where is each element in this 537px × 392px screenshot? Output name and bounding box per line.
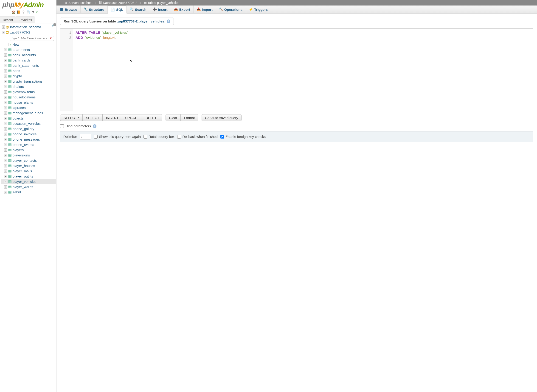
table-player_warns[interactable]: +player_warns: [1, 184, 56, 189]
table-phone_gallery[interactable]: +phone_gallery: [1, 126, 56, 131]
tab-operations[interactable]: 🔨Operations: [216, 5, 246, 13]
table-player_houses[interactable]: +player_houses: [1, 163, 56, 168]
table-phone_tweets[interactable]: +phone_tweets: [1, 142, 56, 147]
tab-export[interactable]: 📤Export: [171, 5, 194, 13]
expand-icon[interactable]: +: [4, 159, 7, 162]
expand-icon[interactable]: +: [4, 85, 7, 88]
sql-toolbar-icon[interactable]: 📄: [26, 10, 30, 14]
table-player_contacts[interactable]: +player_contacts: [1, 158, 56, 163]
table-apartments[interactable]: +apartments: [1, 47, 56, 52]
expand-icon[interactable]: +: [4, 133, 7, 136]
refresh-icon[interactable]: ⟳: [36, 10, 40, 14]
tab-import[interactable]: 📥Import: [194, 5, 216, 13]
expand-icon[interactable]: +: [4, 143, 7, 146]
table-management_funds[interactable]: +management_funds: [1, 110, 56, 116]
expand-icon[interactable]: +: [4, 169, 7, 173]
help-toolbar-icon[interactable]: ❔: [21, 10, 25, 14]
expand-icon[interactable]: +: [4, 164, 7, 168]
expand-icon[interactable]: +: [4, 117, 7, 120]
expand-icon[interactable]: +: [4, 90, 7, 93]
expand-icon[interactable]: +: [4, 75, 7, 78]
rollback-checkbox[interactable]: [177, 135, 181, 139]
expand-icon[interactable]: +: [2, 25, 5, 29]
expand-icon[interactable]: +: [4, 48, 7, 51]
expand-icon[interactable]: +: [4, 191, 7, 194]
tab-sql[interactable]: 📄SQL: [108, 5, 127, 14]
expand-icon[interactable]: +: [4, 185, 7, 189]
table-houselocations[interactable]: +houselocations: [1, 94, 56, 100]
retain-option[interactable]: Retain query box: [143, 135, 175, 139]
table-sabid[interactable]: +sabid: [1, 189, 56, 195]
tree-new[interactable]: New: [1, 42, 56, 47]
exit-icon[interactable]: 📙: [16, 10, 20, 14]
table-player_vehicles[interactable]: +player_vehicles: [1, 179, 56, 184]
expand-icon[interactable]: +: [4, 154, 7, 157]
tab-favorites[interactable]: Favorites: [16, 17, 35, 23]
expand-icon[interactable]: +: [4, 80, 7, 83]
tab-search[interactable]: 🔍Search: [127, 5, 150, 13]
expand-icon[interactable]: +: [4, 53, 7, 57]
table-phone_invoices[interactable]: +phone_invoices: [1, 131, 56, 137]
show-again-option[interactable]: Show this query here again: [94, 135, 141, 139]
table-bank_accounts[interactable]: +bank_accounts: [1, 52, 56, 58]
table-player_outfits[interactable]: +player_outfits: [1, 174, 56, 179]
back-icon[interactable]: ←: [58, 1, 63, 5]
bind-checkbox[interactable]: [60, 124, 64, 128]
tab-triggers[interactable]: ⚡Triggers: [246, 5, 271, 13]
rollback-option[interactable]: Rollback when finished: [177, 135, 217, 139]
table-dealers[interactable]: +dealers: [1, 84, 56, 89]
bc-server[interactable]: 🖥 Server: localhost: [63, 0, 94, 5]
retain-checkbox[interactable]: [143, 135, 147, 139]
db-zap837703-2[interactable]: − zap837703-2: [1, 30, 56, 35]
tab-structure[interactable]: 🔧Structure: [81, 5, 108, 13]
table-players[interactable]: +players: [1, 147, 56, 153]
tab-insert[interactable]: ➕Insert: [150, 5, 171, 13]
tab-recent[interactable]: Recent: [0, 17, 16, 23]
table-phone_messages[interactable]: +phone_messages: [1, 137, 56, 142]
expand-icon[interactable]: +: [4, 127, 7, 131]
fk-checkbox[interactable]: [220, 135, 224, 139]
table-objects[interactable]: +objects: [1, 116, 56, 121]
select-all-button[interactable]: SELECT *: [60, 114, 82, 121]
delimiter-input[interactable]: [80, 134, 91, 140]
help-icon[interactable]: ?: [167, 19, 170, 23]
expand-icon[interactable]: +: [4, 122, 7, 125]
fk-option[interactable]: Enable foreign key checks: [220, 135, 266, 139]
home-icon[interactable]: 🏠: [11, 10, 16, 14]
expand-icon[interactable]: +: [4, 96, 7, 99]
filter-clear[interactable]: x: [50, 36, 52, 40]
expand-icon[interactable]: +: [4, 138, 7, 141]
table-house_plants[interactable]: +house_plants: [1, 100, 56, 105]
update-button[interactable]: UPDATE: [122, 114, 142, 121]
expand-icon[interactable]: +: [4, 106, 7, 109]
table-crypto[interactable]: +crypto: [1, 73, 56, 79]
expand-icon[interactable]: +: [4, 175, 7, 178]
expand-icon[interactable]: +: [4, 148, 7, 152]
table-gloveboxitems[interactable]: +gloveboxitems: [1, 89, 56, 94]
table-lapraces[interactable]: +lapraces: [1, 105, 56, 110]
sql-editor[interactable]: 1 2 ALTER TABLE `player_vehicles` ADD `e…: [60, 28, 533, 111]
tab-browse[interactable]: ▦Browse: [57, 5, 81, 13]
table-bans[interactable]: +bans: [1, 68, 56, 73]
collapse-icon[interactable]: −: [2, 31, 5, 34]
format-button[interactable]: Format: [181, 114, 198, 121]
table-bank_cards[interactable]: +bank_cards: [1, 58, 56, 63]
autosaved-button[interactable]: Get auto-saved query: [202, 114, 242, 121]
tree-scrollbar[interactable]: [53, 23, 56, 26]
settings-icon[interactable]: ⚙: [31, 10, 35, 14]
help-icon[interactable]: ?: [93, 124, 96, 128]
editor-code[interactable]: ALTER TABLE `player_vehicles` ADD `evide…: [73, 29, 533, 111]
select-button[interactable]: SELECT: [82, 114, 102, 121]
table-occasion_vehicles[interactable]: +occasion_vehicles: [1, 121, 56, 126]
table-crypto_transactions[interactable]: +crypto_transactions: [1, 79, 56, 84]
expand-icon[interactable]: +: [4, 59, 7, 62]
insert-button[interactable]: INSERT: [102, 114, 122, 121]
expand-icon[interactable]: +: [4, 101, 7, 104]
bc-database[interactable]: 🗄 Database: zap837703-2: [97, 0, 139, 5]
expand-icon[interactable]: +: [4, 64, 7, 67]
db-information-schema[interactable]: + information_schema: [1, 24, 50, 30]
show-again-checkbox[interactable]: [94, 135, 98, 139]
clear-button[interactable]: Clear: [166, 114, 181, 121]
table-player_mails[interactable]: +player_mails: [1, 168, 56, 174]
filter-input[interactable]: [10, 36, 54, 41]
